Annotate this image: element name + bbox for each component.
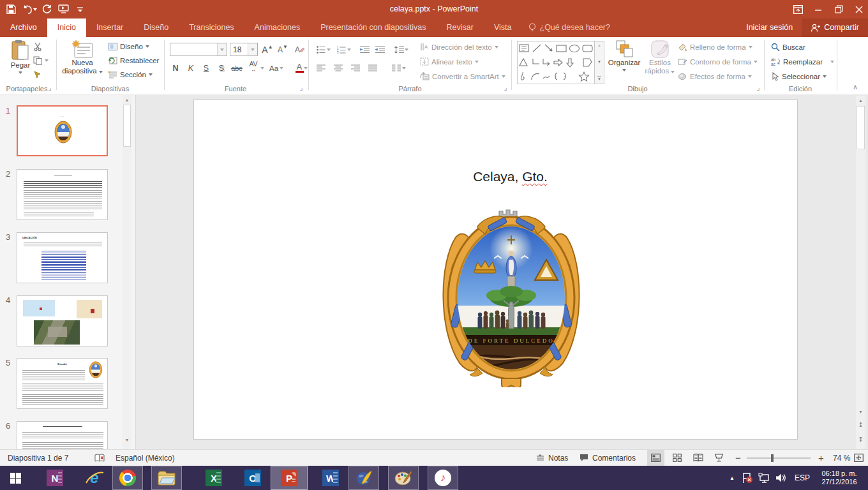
taskbar-browser-globe-feather-icon[interactable] [348,466,379,490]
slide-thumbnail-6[interactable] [17,421,108,449]
shape-fill-button[interactable]: Relleno de forma [678,43,752,51]
zoom-level[interactable]: 74 % [833,450,850,466]
tab-archivo[interactable]: Archivo [0,19,47,37]
reading-view-button[interactable] [689,450,707,466]
paste-button[interactable]: Pegar [6,40,34,74]
tell-me-box[interactable]: ¿Qué desea hacer? [522,19,617,37]
taskbar-file-explorer-icon[interactable] [151,466,182,490]
quick-styles-button[interactable]: Estilos rápidos [643,40,677,75]
thumb-scroll-up-icon[interactable]: ▲ [123,95,131,104]
taskbar-word-icon[interactable]: W [315,466,346,490]
slide-thumbnail-4[interactable] [17,295,108,346]
taskbar-onenote-icon[interactable]: N [40,466,70,490]
previous-slide-icon[interactable]: ▲▲ [856,420,865,429]
decrease-indent-button[interactable] [357,43,371,56]
zoom-slider-track[interactable] [747,457,811,459]
text-direction-button[interactable]: A Dirección del texto [420,43,498,51]
align-right-button[interactable] [348,61,363,75]
layout-button[interactable]: Diseño [108,43,149,50]
numbering-dropdown-icon[interactable] [346,43,352,56]
slide-thumbnail-5[interactable]: Escudo [17,358,108,409]
thumb-scroll-down-icon[interactable]: ▼ [123,435,131,444]
celaya-coat-of-arms[interactable]: DE FORTE DULCEDO [438,202,585,387]
main-scroll-up-icon[interactable]: ▲ [856,96,865,105]
tab-revisar[interactable]: Revisar [437,19,484,37]
columns-dropdown-icon[interactable] [401,61,407,75]
replace-button[interactable]: abac Reemplazar [771,57,834,66]
thumbnail-scrollbar[interactable]: ▲ ▼ [123,95,131,449]
share-button[interactable]: Compartir [802,19,868,37]
minimize-icon[interactable] [809,0,827,19]
language-status[interactable]: Español (México) [116,450,175,466]
collapse-ribbon-icon[interactable]: ∧ [853,83,858,91]
cut-button[interactable] [33,42,42,51]
copy-button[interactable] [33,56,49,65]
slide-canvas[interactable]: Celaya, Gto. [193,100,798,440]
tab-transiciones[interactable]: Transiciones [179,19,244,37]
zoom-in-button[interactable]: + [818,450,824,466]
shapes-gallery[interactable] [517,41,595,84]
slide-thumbnail-1[interactable]: ····· [17,105,108,156]
main-scrollbar-thumb[interactable] [857,106,865,149]
reset-button[interactable]: Restablecer [108,57,159,64]
font-name-dropdown-icon[interactable] [217,43,227,56]
format-painter-button[interactable] [33,70,42,79]
shape-outline-button[interactable]: Contorno de forma [678,57,758,66]
shapes-scroll-down-icon[interactable]: ▼ [597,60,601,64]
fit-slide-to-window-button[interactable] [854,450,864,466]
align-left-button[interactable] [314,61,328,75]
slide-sorter-view-button[interactable] [668,450,685,466]
portapapeles-dialog-launcher-icon[interactable]: ⌟ [46,84,54,92]
character-spacing-button[interactable]: AV↔ [246,60,260,73]
tab-vista[interactable]: Vista [484,19,522,37]
start-button[interactable] [0,466,31,490]
network-icon[interactable] [756,466,772,490]
find-button[interactable]: Buscar [771,43,805,52]
section-button[interactable]: Sección [108,71,153,78]
new-slide-button[interactable]: Nueva diapositiva [64,40,101,75]
character-spacing-dropdown-icon[interactable] [259,61,266,75]
font-size-combobox[interactable]: 18 [230,43,258,56]
tab-animaciones[interactable]: Animaciones [244,19,311,37]
justify-button[interactable] [366,61,380,75]
taskbar-ie-icon[interactable]: e [79,466,110,490]
tab-inicio[interactable]: Inicio [47,19,86,37]
main-scrollbar[interactable]: ▲ ▼ ▲▲ ▼▼ [856,96,865,449]
taskbar-outlook-icon[interactable]: O [237,466,268,490]
taskbar-excel-icon[interactable]: X [198,466,229,490]
comments-button[interactable]: Comentarios [580,450,636,466]
ribbon-display-options-icon[interactable] [789,0,807,19]
arrange-button[interactable]: Organizar [606,40,642,71]
taskbar-paint-icon[interactable] [388,466,419,490]
taskbar-itunes-icon[interactable]: ♪ [428,466,458,490]
close-icon[interactable] [850,0,868,19]
thumb-scrollbar-thumb[interactable] [123,105,131,147]
strikethrough-button[interactable]: abc [230,61,244,75]
main-scroll-down-icon[interactable]: ▼ [856,407,865,416]
bullets-dropdown-icon[interactable] [326,43,332,56]
shapes-more-icon[interactable]: ▼ [597,77,601,82]
align-text-button[interactable]: Alinear texto [420,57,479,66]
shape-effects-button[interactable]: Efectos de forma [678,72,752,80]
parrafo-dialog-launcher-icon[interactable]: ⌟ [502,84,509,92]
font-size-dropdown-icon[interactable] [248,43,257,56]
slideshow-view-button[interactable] [710,450,728,466]
bold-button[interactable]: N [168,61,183,75]
normal-view-button[interactable] [647,450,664,466]
volume-icon[interactable] [772,466,789,490]
slide-title-text[interactable]: Celaya, Gto. [209,169,812,184]
tray-expand-icon[interactable]: ▲ [725,466,739,490]
decrease-font-size-button[interactable]: A▼ [276,43,290,56]
sign-in-button[interactable]: Iniciar sesión [737,19,802,37]
action-center-flag-icon[interactable] [739,466,756,490]
slide-thumbnail-3[interactable]: UBICACIÓN [17,232,108,283]
clear-formatting-button[interactable]: A [292,43,306,56]
slide-thumbnail-2[interactable] [17,169,108,220]
taskbar-powerpoint-icon[interactable]: P [271,466,308,490]
text-shadow-button[interactable]: S [214,61,228,75]
align-center-button[interactable] [331,61,345,75]
increase-indent-button[interactable] [373,43,387,56]
increase-font-size-button[interactable]: A▲ [260,43,274,56]
tab-presentacion[interactable]: Presentación con diapositivas [310,19,436,37]
clock[interactable]: 06:18 p. m. 27/12/2016 [814,466,864,490]
